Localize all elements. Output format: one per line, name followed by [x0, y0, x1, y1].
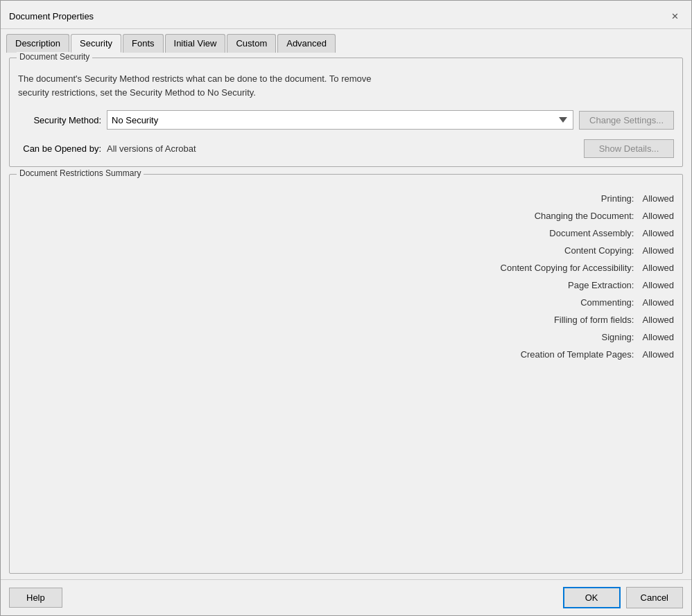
- title-bar: Document Properties ✕: [1, 1, 691, 29]
- restrictions-group: Document Restrictions Summary Printing:A…: [9, 174, 683, 574]
- opened-by-row: Can be Opened by: All versions of Acroba…: [18, 139, 674, 158]
- security-method-label: Security Method:: [18, 115, 101, 125]
- restriction-row-name: Commenting:: [18, 294, 642, 311]
- restriction-row-value: Allowed: [642, 242, 674, 259]
- restriction-row-value: Allowed: [642, 311, 674, 328]
- restrictions-title: Document Restrictions Summary: [17, 168, 144, 178]
- show-details-button[interactable]: Show Details...: [584, 139, 674, 158]
- restriction-row-value: Allowed: [642, 190, 674, 207]
- restriction-row-value: Allowed: [642, 207, 674, 225]
- restriction-row-name: Page Extraction:: [18, 276, 642, 294]
- restriction-row-name: Filling of form fields:: [18, 311, 642, 328]
- restriction-row-name: Changing the Document:: [18, 207, 642, 225]
- security-description-line2: security restrictions, set the Security …: [18, 86, 674, 100]
- document-properties-dialog: Document Properties ✕ Description Securi…: [0, 0, 692, 616]
- dialog-title: Document Properties: [9, 11, 94, 21]
- restriction-row-name: Printing:: [18, 190, 642, 207]
- restriction-row-value: Allowed: [642, 259, 674, 276]
- opened-by-label: Can be Opened by:: [18, 143, 101, 154]
- restriction-row-name: Document Assembly:: [18, 225, 642, 242]
- document-security-title: Document Security: [17, 52, 92, 62]
- tab-initial-view[interactable]: Initial View: [165, 34, 226, 53]
- security-description-line1: The document's Security Method restricts…: [18, 72, 674, 86]
- close-icon: ✕: [671, 11, 679, 21]
- close-button[interactable]: ✕: [666, 8, 683, 24]
- tab-fonts[interactable]: Fonts: [123, 34, 164, 53]
- restriction-row-value: Allowed: [642, 276, 674, 294]
- restriction-row-name: Content Copying:: [18, 242, 642, 259]
- footer: Help OK Cancel: [1, 579, 691, 615]
- tab-custom[interactable]: Custom: [227, 34, 276, 53]
- restriction-row-value: Allowed: [642, 346, 674, 363]
- restriction-row-value: Allowed: [642, 294, 674, 311]
- restriction-row-name: Content Copying for Accessibility:: [18, 259, 642, 276]
- help-button[interactable]: Help: [9, 588, 62, 608]
- opened-by-value: All versions of Acrobat: [107, 143, 578, 154]
- content-area: Document Security The document's Securit…: [1, 52, 691, 579]
- tab-advanced[interactable]: Advanced: [277, 34, 336, 53]
- security-method-row: Security Method: No Security Change Sett…: [18, 110, 674, 130]
- restrictions-table: Printing:AllowedChanging the Document:Al…: [18, 190, 674, 363]
- tab-bar: Description Security Fonts Initial View …: [1, 29, 691, 52]
- restriction-row-value: Allowed: [642, 225, 674, 242]
- document-security-group: Document Security The document's Securit…: [9, 58, 683, 167]
- cancel-button[interactable]: Cancel: [626, 587, 683, 608]
- security-description: The document's Security Method restricts…: [18, 72, 674, 99]
- security-method-select[interactable]: No Security: [107, 110, 573, 130]
- restriction-row-name: Signing:: [18, 328, 642, 346]
- restriction-row-value: Allowed: [642, 328, 674, 346]
- tab-security[interactable]: Security: [71, 34, 121, 53]
- restriction-row-name: Creation of Template Pages:: [18, 346, 642, 363]
- change-settings-button[interactable]: Change Settings...: [579, 111, 674, 130]
- footer-buttons: OK Cancel: [563, 587, 683, 608]
- tab-description[interactable]: Description: [6, 34, 69, 53]
- ok-button[interactable]: OK: [563, 587, 621, 608]
